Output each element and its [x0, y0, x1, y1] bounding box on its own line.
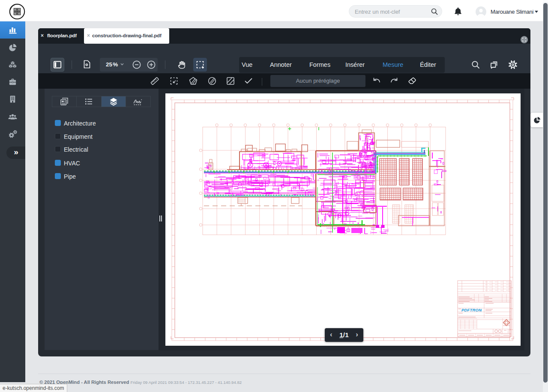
svg-text:PDFTRON: PDFTRON [461, 308, 482, 312]
